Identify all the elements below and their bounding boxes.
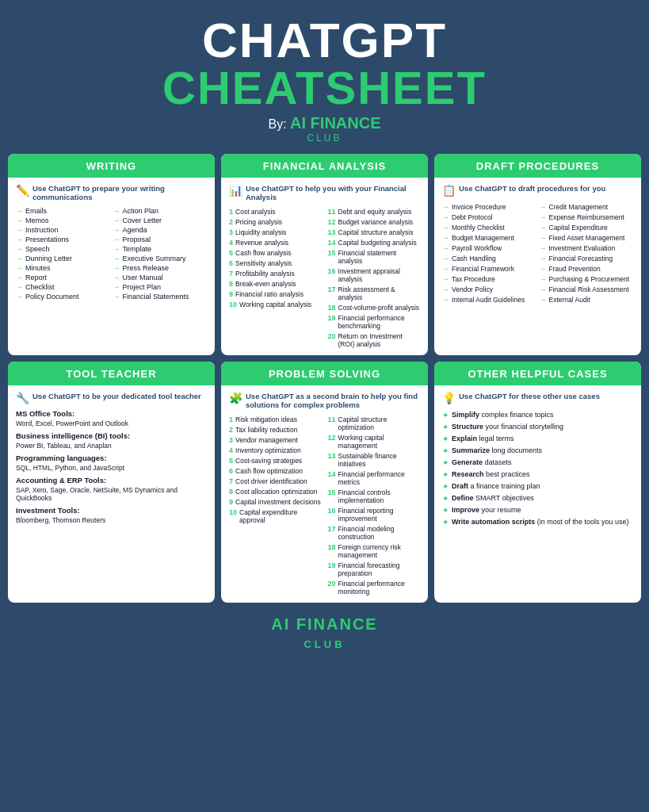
dp-col2: →Credit Management →Expense Reimbursemen… [540,201,634,304]
list-item: 10Capital expenditure approval [229,507,322,525]
list-item: 10Working capital analysis [229,299,322,309]
list-item: →Minutes [16,263,110,273]
list-item: →Expense Reimbursement [540,212,634,222]
list-item: 11Debt and equity analysis [328,206,421,216]
list-item: →Action Plan [113,206,208,216]
list-item: 3Vendor management [229,435,322,445]
list-item: →Proposal [113,235,208,244]
list-item: →Speech [16,244,110,254]
title-cheatsheet: CHEATSHEET [162,65,487,111]
list-item: ✦Research best practices [442,469,633,481]
list-item: 1Cost analysis [229,206,322,216]
other-helpful-list: ✦Simplify complex finance topics ✦Struct… [442,409,633,528]
financial-analysis-intro: 📊 Use ChatGPT to help you with your Fina… [229,184,420,201]
list-item: →Executive Summary [113,254,208,263]
other-helpful-card: OTHER HELPFUL CASES 💡 Use ChatGPT for th… [434,362,641,603]
list-item: →Purchasing & Procurement [540,274,634,284]
list-item: →Investment Evaluation [540,243,634,253]
tool-teacher-erp: Accounting & ERP Tools: SAP, Xero, Sage,… [16,476,207,502]
list-item: →Debt Protocol [442,212,536,222]
tool-teacher-header: TOOL TEACHER [8,362,215,385]
writing-intro: ✏️ Use ChatGPT to prepare your writing c… [16,184,207,201]
financial-analysis-list: 1Cost analysis 2Pricing analysis 3Liquid… [229,206,420,349]
list-item: ✦Define SMART objectives [442,492,633,504]
list-item: →Monthly Checklist [442,222,536,232]
list-item: ✦Write automation scripts (in most of th… [442,516,633,528]
draft-procedures-intro: 📋 Use ChatGPT to draft procedures for yo… [442,184,633,197]
list-item: 4Inventory optimization [229,445,322,455]
list-item: ✦Generate datasets [442,457,633,469]
footer-brand: AI FINANCE [271,615,377,633]
list-item: 17Financial modeling construction [328,523,421,542]
list-item: 7Profitability analysis [229,268,322,278]
list-item: ✦Simplify complex finance topics [442,409,633,421]
list-item: 12Working capital management [328,432,421,450]
list-item: 11Capital structure optimization [328,414,421,432]
tool-teacher-intro: 🔧 Use ChatGPT to be your dedicated tool … [16,392,207,404]
list-item: 9Capital investment decisions [229,496,322,507]
list-item: →Instruction [16,225,110,235]
list-item: 3Liquidity analysis [229,227,322,237]
fa-col1: 1Cost analysis 2Pricing analysis 3Liquid… [229,206,322,349]
problem-solving-header: PROBLEM SOLVING [221,362,428,385]
footer-club: CLUB [304,638,345,650]
list-item: →Credit Management [540,201,634,212]
list-item: →Fraud Prevention [540,263,634,274]
other-helpful-intro: 💡 Use ChatGPT for these other use cases [442,392,633,404]
list-item: →Financial Statements [113,292,208,301]
list-item: →Fixed Asset Management [540,232,634,243]
list-item: →Cash Handling [442,253,536,263]
writing-col1: →Emails →Memos →Instruction →Presentatio… [16,206,110,301]
list-item: 8Break-even analysis [229,278,322,289]
tool-teacher-prog: Programming languages: SQL, HTML, Python… [16,454,207,472]
list-item: 6Sensitivity analysis [229,258,322,268]
header: CHATGPT CHEATSHEET By: AI FINANCE CLUB [162,8,487,147]
list-item: 12Budget variance analysis [328,216,421,227]
fa-col2: 11Debt and equity analysis 12Budget vari… [328,206,421,349]
list-item: 4Revenue analysis [229,237,322,247]
tool-teacher-invest: Investment Tools: Bloomberg, Thomson Reu… [16,506,207,524]
list-item: 13Sustainable finance initiatives [328,450,421,469]
list-item: ✦Structure your financial storytelling [442,421,633,433]
list-item: 17Risk assessment & analysis [328,284,421,302]
list-item: 2Tax liability reduction [229,424,322,435]
list-item: →Press Release [113,263,208,273]
list-item: 18Cost-volume-profit analysis [328,302,421,312]
problem-solving-list: 1Risk mitigation ideas 2Tax liability re… [229,414,420,596]
writing-list: →Emails →Memos →Instruction →Presentatio… [16,206,207,301]
list-item: 19Financial forecasting preparation [328,560,421,578]
list-item: →Invoice Procedure [442,201,536,212]
list-item: 14Financial performance metrics [328,469,421,487]
list-item: 6Cash flow optimization [229,465,322,476]
list-item: →Presentations [16,235,110,244]
list-item: 15Financial controls implementation [328,487,421,505]
list-item: 16Financial reporting improvement [328,505,421,523]
list-item: →Financial Forecasting [540,253,634,263]
list-item: →Emails [16,206,110,216]
list-item: 5Cost-saving strategies [229,455,322,465]
tool-teacher-ms: MS Office Tools: Word, Excel, PowerPoint… [16,409,207,427]
tool-teacher-bi: Business intelligence (BI) tools: Power … [16,431,207,450]
list-item: →Vendor Policy [442,284,536,294]
dp-col1: →Invoice Procedure →Debt Protocol →Month… [442,201,536,304]
list-item: →Financial Risk Assessment [540,284,634,294]
main-grid: WRITING ✏️ Use ChatGPT to prepare your w… [8,154,641,603]
list-item: →Memos [16,216,110,225]
list-item: →External Audit [540,294,634,304]
draft-procedures-list: →Invoice Procedure →Debt Protocol →Month… [442,201,633,304]
list-item: →Budget Management [442,232,536,243]
ps-col2: 11Capital structure optimization 12Worki… [328,414,421,596]
financial-analysis-header: FINANCIAL ANALYSIS [221,154,428,178]
list-item: →Checklist [16,282,110,292]
list-item: 5Cash flow analysis [229,247,322,258]
list-item: 20Financial performance monitoring [328,578,421,596]
list-item: 19Financial performance benchmarking [328,312,421,331]
list-item: →Dunning Letter [16,254,110,263]
tool-teacher-card: TOOL TEACHER 🔧 Use ChatGPT to be your de… [8,362,215,603]
list-item: 13Capital structure analysis [328,227,421,237]
list-item: →User Manual [113,273,208,282]
list-item: 2Pricing analysis [229,216,322,227]
list-item: →Capital Expenditure [540,222,634,232]
list-item: →Payroll Workflow [442,243,536,253]
header-byline: By: AI FINANCE CLUB [162,114,487,144]
